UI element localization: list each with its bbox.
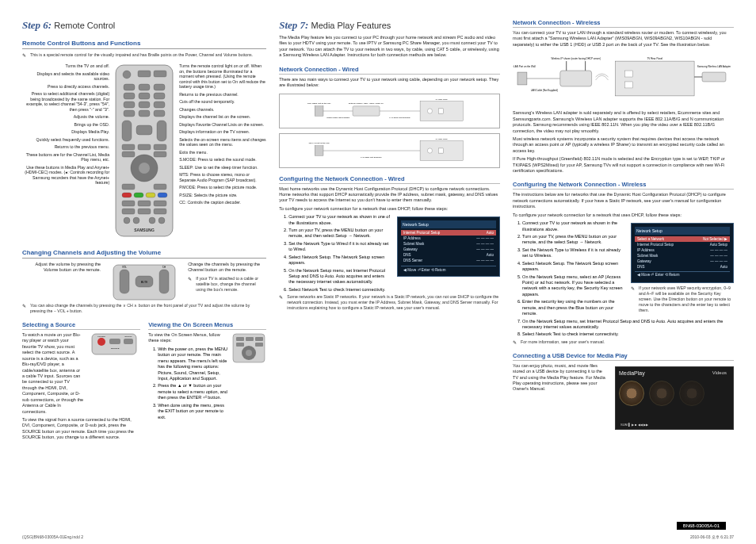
footer-left: (QSG)BN68-03005A-01Eng.indd 2 <box>22 534 83 539</box>
w-step3: Set the Network Type to Wireless if it i… <box>522 247 624 259</box>
svg-rect-62 <box>255 343 263 347</box>
footer: (QSG)BN68-03005A-01Eng.indd 2 2010-06-03… <box>22 534 734 539</box>
svg-rect-8 <box>139 93 150 99</box>
svg-rect-94 <box>625 71 633 77</box>
svg-rect-88 <box>560 71 592 86</box>
part-number: BN68-03005A-01 <box>677 522 726 530</box>
remote-left-labels: Turns the TV on and off. Displays and se… <box>22 63 109 188</box>
front-panel-note: You can also change the channels by pres… <box>22 303 266 314</box>
svg-point-51 <box>97 338 105 346</box>
label-sleep: SLEEP: Use to set the sleep timer functi… <box>179 165 266 170</box>
svg-text:LAN Cable (Not Supplied): LAN Cable (Not Supplied) <box>531 89 558 92</box>
osm-step2: Press the ▲ or ▼ button on your remote t… <box>158 383 228 400</box>
svg-rect-74 <box>438 108 443 113</box>
svg-text:Samsung Wireless LAN Adapter: Samsung Wireless LAN Adapter <box>697 65 731 68</box>
svg-text:TV Rear Panel: TV Rear Panel <box>436 138 449 140</box>
svg-rect-20 <box>138 144 151 150</box>
svg-rect-58 <box>236 337 244 341</box>
remote-diagram: Turns the TV on and off. Displays and se… <box>22 63 266 238</box>
column-3: Network Connection - Wireless You can co… <box>513 19 734 534</box>
svg-text:The Modem Port on the Wall: The Modem Port on the Wall <box>307 102 331 104</box>
svg-rect-4 <box>124 84 135 90</box>
footer-right: 2010-06-03 오후 6:21:37 <box>690 534 734 539</box>
ss2-r1a: Select a Network <box>637 237 664 241</box>
ss2-r6a: DNS <box>637 265 645 269</box>
ch-text: Change the channels by pressing the Chan… <box>188 262 266 274</box>
conf-wireless-intro2: To configure your network connection for… <box>513 213 734 218</box>
svg-text:MUTE: MUTE <box>141 281 148 284</box>
svg-rect-61 <box>236 343 244 347</box>
column-1: Step 6: Remote Control Remote Control Bu… <box>22 19 266 534</box>
label-smode: S.MODE: Press to select the sound mode. <box>179 157 266 163</box>
wired-step3: Set the Network Type to Wired if it is n… <box>288 241 391 253</box>
wired-head: Network Connection - Wired <box>279 66 500 75</box>
osm-step3: When done using the menu, press the EXIT… <box>158 403 228 420</box>
svg-rect-44 <box>120 270 129 293</box>
ss2-foot: ◀ Move ⏎ Enter ⟲ Return <box>637 273 680 277</box>
label-prevch: Returns to the previous channel. <box>179 92 266 98</box>
svg-rect-29 <box>134 193 143 197</box>
svg-rect-36 <box>138 209 151 214</box>
label-return: Returns to the previous menu. <box>22 144 109 150</box>
label-info: Displays information on the TV screen. <box>179 129 266 135</box>
step7-step-rest: Media Play Features <box>308 21 391 30</box>
wireless-body3: If Pure High-throughput (Greenfield) 802… <box>513 156 734 174</box>
label-vol: Adjusts the volume. <box>22 114 109 120</box>
svg-rect-12 <box>154 102 165 108</box>
more-info-note: For more information, see your user's ma… <box>513 339 734 345</box>
svg-rect-7 <box>124 93 135 99</box>
step7-title: Step 7: Media Play Features <box>279 19 500 32</box>
label-select: Selects the on-screen menu items and cha… <box>179 137 266 147</box>
svg-text:External Modem (ADSL / VDSL / : External Modem (ADSL / VDSL / Cable TV) <box>349 102 384 104</box>
label-mts: MTS: Press to choose stereo, mono or Sep… <box>179 172 266 182</box>
svg-point-73 <box>428 108 433 113</box>
label-favch: Displays Favorite Channel Lists on the s… <box>179 122 266 128</box>
wireless-head: Network Connection - Wireless <box>513 19 734 28</box>
svg-text:POWER: POWER <box>97 335 105 338</box>
svg-rect-32 <box>122 201 135 206</box>
ss2-r3a: IP Address <box>637 248 655 252</box>
ss-r4a: Gateway <box>403 247 418 251</box>
svg-point-41 <box>158 217 165 224</box>
svg-rect-95 <box>625 82 633 88</box>
remote-svg: SAMSUNG <box>113 63 176 238</box>
label-cc: CC: Controls the caption decoder. <box>179 200 266 205</box>
svg-rect-30 <box>146 193 155 197</box>
source-body2: To view the signal from a source connect… <box>22 417 140 441</box>
svg-point-1 <box>123 71 131 79</box>
vol-text: Adjust the volume by pressing the Volume… <box>22 262 101 301</box>
wired-step5: On the Network Setup menu, set Internet … <box>288 268 391 285</box>
label-mediaplay: Displays Media Play. <box>22 129 109 135</box>
step6-title: Step 6: Remote Control <box>22 19 266 32</box>
wired-step4: Select Network Setup. The Network Setup … <box>288 255 391 266</box>
svg-rect-45 <box>159 270 169 293</box>
ss-r5a: DNS <box>403 253 411 257</box>
film-reel-icon <box>649 381 674 406</box>
svg-text:Modem Cable (Not Supplied): Modem Cable (Not Supplied) <box>326 117 350 119</box>
step7-intro: The Media Play feature lets you connect … <box>279 35 500 59</box>
svg-rect-85 <box>517 72 527 85</box>
svg-text:SAMSUNG: SAMSUNG <box>134 228 155 232</box>
w-step4: Select Network Setup. The Network Setup … <box>522 261 624 273</box>
svg-rect-3 <box>154 71 166 77</box>
source-body1: To watch a movie on your Blu-ray player … <box>22 332 84 415</box>
svg-rect-83 <box>438 147 443 152</box>
osm-step1: With the power on, press the MENU button… <box>158 347 228 382</box>
svg-rect-33 <box>138 201 151 206</box>
label-ch: Changes channels. <box>179 107 266 113</box>
ss-foot: ◀ Move ⏎ Enter ⟲ Return <box>403 268 446 272</box>
wired-diagram-2: The LAN Port on the Wall TV Rear Panel L… <box>279 133 500 168</box>
viewing-osm-head: Viewing the On Screen Menus <box>148 321 266 330</box>
svg-rect-13 <box>124 110 135 117</box>
svg-text:ON/OFF: ON/OFF <box>124 335 132 338</box>
svg-rect-28 <box>122 193 132 197</box>
label-dash: Press to select additional channels (dig… <box>22 91 109 112</box>
svg-rect-10 <box>124 102 135 108</box>
ss-r5b: Auto <box>487 253 494 257</box>
usb-head: Connecting a USB Device for Media Play <box>513 352 734 361</box>
wireless-steps: Connect your TV to your network as shown… <box>513 220 624 316</box>
label-num: Press to directly access channels. <box>22 84 109 90</box>
conf-body: Most home networks use the Dynamic Host … <box>279 186 500 204</box>
static-ip-note: Some networks are Static IP networks. If… <box>279 294 500 311</box>
wired-intro: There are two main ways to connect your … <box>279 77 500 89</box>
